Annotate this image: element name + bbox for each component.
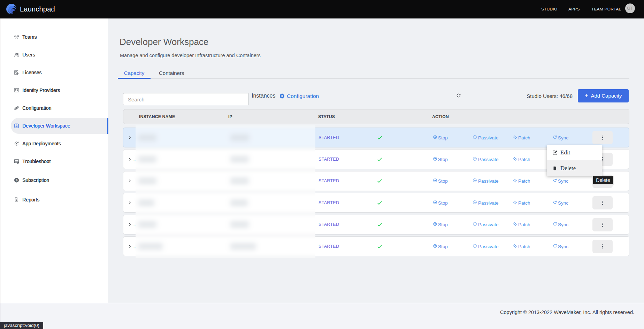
svg-text:$: $ — [16, 178, 17, 182]
